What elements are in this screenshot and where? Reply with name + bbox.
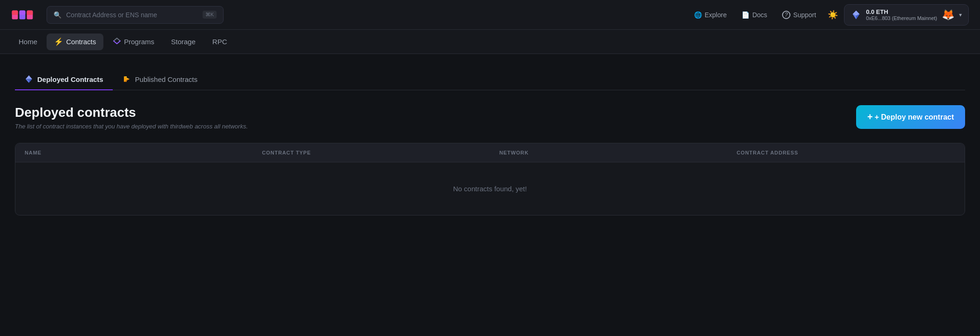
col-network: NETWORK bbox=[490, 143, 728, 162]
nav-programs[interactable]: Programs bbox=[105, 34, 162, 50]
home-label: Home bbox=[19, 38, 37, 46]
docs-button[interactable]: 📄 Docs bbox=[736, 8, 773, 21]
nav-storage[interactable]: Storage bbox=[163, 34, 203, 50]
theme-toggle-button[interactable]: ☀️ bbox=[825, 7, 840, 22]
chevron-down-icon: ▾ bbox=[959, 12, 962, 18]
page-header: Deployed contracts The list of contract … bbox=[15, 105, 965, 130]
topbar: 🔍 ⌘K 🌐 Explore 📄 Docs ? Support ☀️ bbox=[0, 0, 980, 30]
plus-icon: + bbox=[867, 112, 873, 122]
svg-rect-5 bbox=[27, 10, 33, 15]
contracts-icon: ⚡ bbox=[54, 37, 63, 46]
main-navbar: Home ⚡ Contracts Programs Storage RPC bbox=[0, 30, 980, 54]
page-subtitle: The list of contract instances that you … bbox=[15, 123, 248, 130]
col-name: NAME bbox=[15, 143, 253, 162]
logo[interactable] bbox=[11, 7, 34, 22]
explore-button[interactable]: 🌐 Explore bbox=[688, 8, 732, 21]
nav-rpc[interactable]: RPC bbox=[205, 34, 235, 50]
search-bar[interactable]: 🔍 ⌘K bbox=[47, 6, 224, 24]
sun-icon: ☀️ bbox=[828, 10, 838, 20]
table-body: No contracts found, yet! bbox=[15, 162, 965, 215]
arrow-icon bbox=[122, 74, 131, 84]
wallet-widget[interactable]: 0.0 ETH 0xE6...803 (Ethereum Mainnet) 🦊 … bbox=[844, 4, 969, 26]
ethereum-icon bbox=[24, 74, 34, 84]
tab-published-contracts[interactable]: Published Contracts bbox=[113, 69, 207, 90]
page-title-block: Deployed contracts The list of contract … bbox=[15, 105, 248, 130]
svg-rect-4 bbox=[20, 10, 26, 15]
help-icon: ? bbox=[782, 11, 790, 19]
tab-deployed-contracts[interactable]: Deployed Contracts bbox=[15, 69, 113, 90]
search-input[interactable] bbox=[66, 11, 198, 19]
wallet-eth-balance: 0.0 ETH bbox=[866, 8, 937, 15]
col-contract-address: CONTRACT ADDRESS bbox=[728, 143, 965, 162]
tab-published-label: Published Contracts bbox=[135, 75, 197, 83]
storage-label: Storage bbox=[171, 38, 196, 46]
page-title: Deployed contracts bbox=[15, 105, 248, 120]
col-contract-type: CONTRACT TYPE bbox=[253, 143, 490, 162]
topbar-nav: 🌐 Explore 📄 Docs ? Support ☀️ 0.0 ETH 0 bbox=[688, 4, 969, 26]
nav-contracts[interactable]: ⚡ Contracts bbox=[47, 34, 103, 50]
doc-icon: 📄 bbox=[742, 11, 749, 19]
deploy-new-contract-button[interactable]: + + Deploy new contract bbox=[856, 105, 965, 129]
contracts-label: Contracts bbox=[66, 38, 96, 46]
programs-label: Programs bbox=[124, 38, 154, 46]
metamask-icon: 🦊 bbox=[942, 9, 954, 21]
deploy-button-label: + Deploy new contract bbox=[875, 113, 954, 121]
support-label: Support bbox=[793, 11, 816, 19]
search-icon: 🔍 bbox=[54, 11, 61, 19]
diamond-icon bbox=[851, 10, 861, 20]
rpc-label: RPC bbox=[212, 38, 227, 46]
svg-rect-3 bbox=[12, 10, 18, 15]
search-shortcut: ⌘K bbox=[203, 11, 217, 19]
nav-home[interactable]: Home bbox=[11, 34, 45, 50]
svg-marker-13 bbox=[26, 75, 32, 79]
globe-icon: 🌐 bbox=[694, 11, 702, 19]
empty-message: No contracts found, yet! bbox=[453, 185, 527, 193]
wallet-info: 0.0 ETH 0xE6...803 (Ethereum Mainnet) bbox=[866, 8, 937, 21]
contracts-table: NAME CONTRACT TYPE NETWORK CONTRACT ADDR… bbox=[15, 143, 965, 215]
support-button[interactable]: ? Support bbox=[776, 8, 822, 22]
wallet-address: 0xE6...803 (Ethereum Mainnet) bbox=[866, 15, 937, 21]
table-header: NAME CONTRACT TYPE NETWORK CONTRACT ADDR… bbox=[15, 143, 965, 162]
contract-tabs: Deployed Contracts Published Contracts bbox=[15, 69, 965, 90]
docs-label: Docs bbox=[752, 11, 767, 19]
programs-icon bbox=[113, 38, 121, 46]
explore-label: Explore bbox=[705, 11, 727, 19]
tab-deployed-label: Deployed Contracts bbox=[37, 75, 103, 83]
main-content: Deployed Contracts Published Contracts D… bbox=[0, 54, 980, 230]
